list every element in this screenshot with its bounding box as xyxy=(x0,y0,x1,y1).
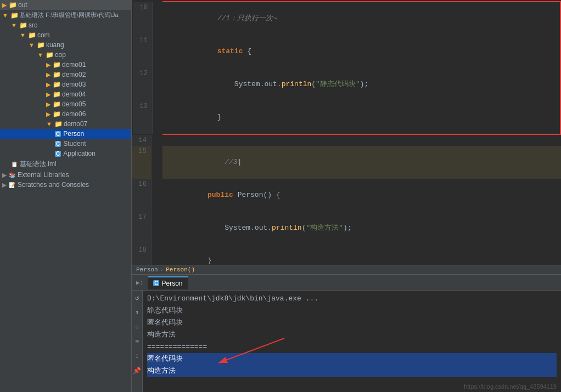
sidebar-item-demo05[interactable]: ▶ 📁 demo05 xyxy=(0,99,131,109)
folder-icon7: 📁 xyxy=(46,51,54,59)
code-line-10: 10 //1：只执行一次~ xyxy=(133,2,560,35)
panel-output[interactable]: D:\Environment\jdk8\jdk\bin\java.exe ...… xyxy=(143,291,561,392)
panel-body: ↺ ⬆ ⚙ ≡ ↕ 📌 D:\Environment\jdk8\jdk\bin\… xyxy=(132,291,561,392)
sidebar-item-demo07[interactable]: ▼ 📁 demo07 xyxy=(0,119,131,129)
java-file-icon3: C xyxy=(55,151,61,157)
line-gutter-11 xyxy=(153,35,164,68)
folder-expand-icon5: ▼ xyxy=(37,52,43,58)
line-content-11: static { xyxy=(164,35,560,68)
line-content-13: } xyxy=(164,101,560,134)
toolbar-settings-btn[interactable]: ⚙ xyxy=(134,322,140,333)
sidebar-item-demo01[interactable]: ▶ 📁 demo01 xyxy=(0,60,131,70)
panel-indicator: ▶: xyxy=(136,279,143,286)
code-line-15: 15 //3| xyxy=(132,146,561,179)
sidebar-item-ext-libs[interactable]: ▶ 📚 External Libraries xyxy=(0,170,131,180)
line-gutter-14 xyxy=(152,135,162,146)
breadcrumb-person: Person xyxy=(136,266,158,273)
sidebar-item-demo06[interactable]: ▶ 📁 demo06 xyxy=(0,109,131,119)
sidebar-item-label: demo05 xyxy=(62,100,86,108)
sidebar-item-com[interactable]: ▼ 📁 com xyxy=(0,30,131,40)
toolbar-scroll-btn[interactable]: ↕ xyxy=(134,351,140,361)
sidebar-item-demo03[interactable]: ▶ 📁 demo03 xyxy=(0,79,131,89)
sidebar-item-out[interactable]: ▶ 📁 out xyxy=(0,0,131,10)
sidebar-item-scratches[interactable]: ▶ 📝 Scratches and Consoles xyxy=(0,180,131,190)
folder-expand-icon2: ▼ xyxy=(11,22,17,29)
line-number-11: 11 xyxy=(133,35,153,68)
sidebar-item-iml[interactable]: 📋 基础语法.iml xyxy=(0,158,131,170)
sidebar-item-application[interactable]: C Application xyxy=(0,149,131,158)
line-gutter-17 xyxy=(152,212,162,245)
folder-collapse-icon2: ▶ xyxy=(46,71,51,78)
sidebar-item-label: kuang xyxy=(46,41,64,49)
line-content-18: } xyxy=(162,245,561,265)
sidebar-item-label: 基础语法 F:\班级管理\网课班\代码\Ja xyxy=(20,11,119,19)
line-number-14: 14 xyxy=(132,135,152,146)
line-content-14 xyxy=(162,135,561,146)
toolbar-stop-btn[interactable]: ⬆ xyxy=(134,308,140,318)
sidebar-item-label: oop xyxy=(55,51,66,59)
sidebar-item-label: Application xyxy=(63,150,96,157)
line-content-16: public Person() { xyxy=(162,179,561,212)
sidebar-item-person[interactable]: C Person xyxy=(0,129,131,139)
code-line-18: 18 } xyxy=(132,245,561,265)
java-file-icon2: C xyxy=(55,141,61,147)
folder-icon8: 📁 xyxy=(53,61,61,69)
iml-icon: 📋 xyxy=(11,161,18,167)
sidebar-item-label: External Libraries xyxy=(18,171,69,179)
code-line-16: 16 public Person() { xyxy=(132,179,561,212)
panel-tabs: ▶: C Person xyxy=(132,275,561,291)
code-line-17: 17 System.out.println("构造方法"); xyxy=(132,212,561,245)
folder-collapse-icon3: ▶ xyxy=(46,81,51,88)
line-gutter-16 xyxy=(152,179,162,212)
toolbar-fold-btn[interactable]: ≡ xyxy=(134,337,140,347)
sidebar-item-demo02[interactable]: ▶ 📁 demo02 xyxy=(0,70,131,79)
folder-icon3: 📁 xyxy=(10,12,19,19)
folder-icon2: 📁 xyxy=(9,1,17,9)
svg-line-1 xyxy=(218,338,284,363)
sidebar-item-label: src xyxy=(29,21,37,29)
output-line-0: D:\Environment\jdk8\jdk\bin\java.exe ... xyxy=(147,293,557,305)
line-number-16: 16 xyxy=(132,179,152,212)
line-number-13: 13 xyxy=(133,101,153,134)
folder-icon13: 📁 xyxy=(53,110,61,118)
line-content-10: //1：只执行一次~ xyxy=(164,2,560,35)
toolbar-rerun-btn[interactable]: ↺ xyxy=(134,293,140,303)
sidebar-item-kuang[interactable]: ▼ 📁 kuang xyxy=(0,40,131,50)
breadcrumb: Person › Person() xyxy=(132,265,561,274)
output-line-1: 静态代码块 xyxy=(147,305,557,317)
output-line-6: 构造方法 xyxy=(147,365,557,377)
output-line-5: 匿名代码块 xyxy=(147,353,557,365)
folder-expand-icon: ▼ xyxy=(2,12,8,19)
sidebar-item-label: demo06 xyxy=(62,110,86,118)
output-line-3: 构造方法 xyxy=(147,329,557,341)
folder-expand-icon4: ▼ xyxy=(29,42,35,48)
sidebar-item-src[interactable]: ▼ 📁 src xyxy=(0,20,131,30)
folder-collapse-icon: ▶ xyxy=(46,61,51,69)
line-gutter-18 xyxy=(152,245,162,265)
sidebar-item-demo04[interactable]: ▶ 📁 demo04 xyxy=(0,89,131,99)
folder-icon6: 📁 xyxy=(37,41,45,49)
main-area: 10 //1：只执行一次~ 11 static { 12 xyxy=(132,0,561,392)
line-number-18: 18 xyxy=(132,245,152,265)
sidebar-item-label: out xyxy=(18,1,27,9)
red-arrow xyxy=(213,333,301,366)
toolbar-pin-btn[interactable]: 📌 xyxy=(132,366,142,376)
panel-toolbar: ↺ ⬆ ⚙ ≡ ↕ 📌 xyxy=(132,291,143,392)
folder-icon11: 📁 xyxy=(53,90,61,98)
folder-expand-icon3: ▼ xyxy=(20,32,26,38)
line-number-10: 10 xyxy=(133,2,153,35)
sidebar-item-label: Student xyxy=(63,140,86,147)
panel-tab-person[interactable]: C Person xyxy=(148,276,188,289)
sidebar-item-jichufa[interactable]: ▼ 📁 基础语法 F:\班级管理\网课班\代码\Ja xyxy=(0,10,131,20)
sidebar-item-oop[interactable]: ▼ 📁 oop xyxy=(0,50,131,60)
output-line-4: ============== xyxy=(147,341,557,353)
line-number-17: 17 xyxy=(132,212,152,245)
line-content-12: System.out.println("静态代码块"); xyxy=(164,68,560,101)
breadcrumb-method: Person() xyxy=(166,266,195,273)
code-editor[interactable]: 10 //1：只执行一次~ 11 static { 12 xyxy=(132,0,561,265)
output-line-2: 匿名代码块 xyxy=(147,317,557,329)
line-gutter-13 xyxy=(153,101,164,134)
code-line-11: 11 static { xyxy=(133,35,560,68)
sidebar-item-student[interactable]: C Student xyxy=(0,139,131,149)
sidebar-item-label: demo02 xyxy=(62,71,86,78)
